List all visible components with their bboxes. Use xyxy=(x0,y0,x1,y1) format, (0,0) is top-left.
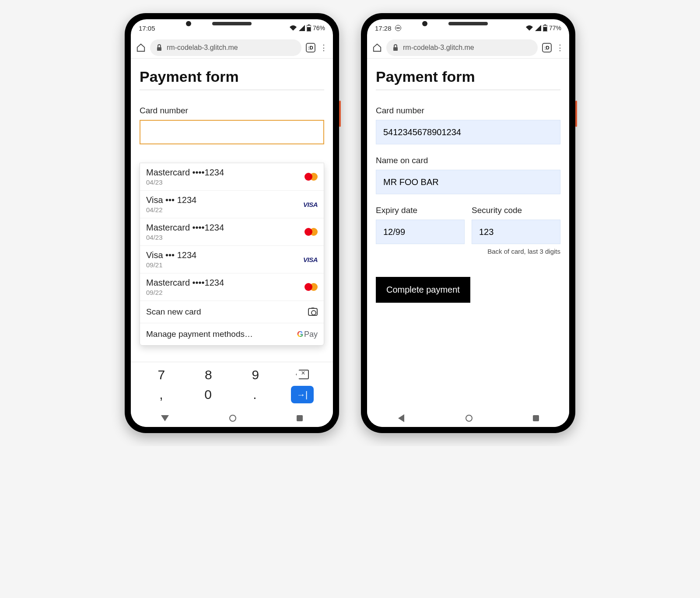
go-key[interactable]: →| xyxy=(291,386,314,403)
phone-camera xyxy=(422,21,427,26)
lock-icon xyxy=(156,44,162,51)
browser-toolbar: rm-codelab-3.glitch.me :D ⋮ xyxy=(131,37,333,59)
card-brand-and-mask: Mastercard ••••1234 xyxy=(146,278,224,288)
browser-toolbar: rm-codelab-3.glitch.me :D ⋮ xyxy=(367,37,569,59)
phone-camera xyxy=(186,21,191,26)
expiry-cvc-row: Expiry date Security code Back of card, … xyxy=(376,206,560,266)
scan-card-row[interactable]: Scan new card xyxy=(140,301,324,323)
card-brand-and-mask: Mastercard ••••1234 xyxy=(146,168,224,178)
screen-right: 17:28 77% xyxy=(367,19,569,427)
expiry-input[interactable] xyxy=(376,220,465,244)
card-expiry: 04/22 xyxy=(146,206,196,213)
nav-home-icon[interactable] xyxy=(229,415,236,422)
card-number-input[interactable] xyxy=(140,120,324,144)
phone-speaker xyxy=(448,22,488,25)
svg-rect-2 xyxy=(307,27,311,31)
screen-left: 17:05 76% xyxy=(131,19,333,427)
card-number-label: Card number xyxy=(140,106,324,115)
android-navbar xyxy=(367,409,569,427)
key-period[interactable]: . xyxy=(244,387,266,402)
autofill-card-row[interactable]: Mastercard ••••123404/23 xyxy=(140,163,324,191)
signal-icon xyxy=(535,25,541,31)
nav-recent-icon[interactable] xyxy=(533,415,539,421)
backspace-key[interactable] xyxy=(291,367,313,382)
phone-mockup-left: 17:05 76% xyxy=(125,13,339,433)
card-number-field: Card number xyxy=(376,106,560,144)
name-on-card-field: Name on card xyxy=(376,156,560,194)
card-expiry: 04/23 xyxy=(146,178,224,186)
manage-payments-row[interactable]: Manage payment methods… GPay xyxy=(140,323,324,345)
url-bar[interactable]: rm-codelab-3.glitch.me xyxy=(386,39,538,56)
url-bar[interactable]: rm-codelab-3.glitch.me xyxy=(150,39,301,56)
url-text: rm-codelab-3.glitch.me xyxy=(167,44,238,52)
visa-icon: VISA xyxy=(303,201,318,208)
nav-back-icon[interactable] xyxy=(161,415,169,421)
card-brand-and-mask: Mastercard ••••1234 xyxy=(146,223,224,233)
android-navbar xyxy=(131,409,333,427)
mastercard-icon xyxy=(304,227,318,236)
svg-rect-7 xyxy=(393,47,398,51)
signal-icon xyxy=(299,25,305,31)
mastercard-icon xyxy=(304,172,318,181)
cvc-input[interactable] xyxy=(472,220,560,244)
autofill-card-row[interactable]: Visa ••• 123409/21VISA xyxy=(140,246,324,273)
nav-recent-icon[interactable] xyxy=(297,415,303,421)
expiry-field: Expiry date xyxy=(376,206,465,255)
battery-icon xyxy=(543,24,547,31)
status-time: 17:05 xyxy=(139,24,155,32)
tabs-button[interactable]: :D xyxy=(542,43,552,52)
battery-percent: 77% xyxy=(549,24,561,31)
menu-icon[interactable]: ⋮ xyxy=(556,43,564,52)
backspace-icon xyxy=(296,370,309,379)
card-brand-and-mask: Visa ••• 1234 xyxy=(146,250,196,260)
svg-rect-3 xyxy=(157,47,161,51)
home-icon[interactable] xyxy=(372,43,382,52)
autofill-card-row[interactable]: Mastercard ••••123404/23 xyxy=(140,218,324,246)
dnd-icon xyxy=(395,25,401,31)
card-number-label: Card number xyxy=(376,106,560,115)
menu-icon[interactable]: ⋮ xyxy=(320,43,328,52)
autofill-card-row[interactable]: Mastercard ••••123409/22 xyxy=(140,273,324,301)
wifi-icon xyxy=(525,25,533,31)
key-8[interactable]: 8 xyxy=(197,367,219,382)
cvc-field: Security code Back of card, last 3 digit… xyxy=(472,206,560,255)
complete-payment-button[interactable]: Complete payment xyxy=(376,277,470,303)
card-expiry: 04/23 xyxy=(146,234,224,241)
visa-icon: VISA xyxy=(303,256,318,263)
tabs-button[interactable]: :D xyxy=(306,43,315,52)
wifi-icon xyxy=(289,25,297,31)
gpay-icon: GPay xyxy=(297,330,318,339)
card-expiry: 09/21 xyxy=(146,261,196,269)
card-number-input[interactable] xyxy=(376,120,560,144)
numeric-keyboard: 7 8 9 , 0 . →| xyxy=(131,362,333,409)
card-number-field: Card number xyxy=(140,106,324,144)
page-content: Payment form Card number Name on card Ex… xyxy=(367,59,569,409)
mastercard-icon xyxy=(304,283,318,291)
manage-payments-label: Manage payment methods… xyxy=(146,329,253,339)
nav-back-icon[interactable] xyxy=(398,414,404,422)
battery-icon xyxy=(307,24,311,31)
cvc-label: Security code xyxy=(472,206,560,215)
key-9[interactable]: 9 xyxy=(245,367,266,382)
key-comma[interactable]: , xyxy=(150,387,172,402)
name-on-card-input[interactable] xyxy=(376,170,560,194)
nav-home-icon[interactable] xyxy=(466,415,472,422)
expiry-label: Expiry date xyxy=(376,206,465,215)
home-icon[interactable] xyxy=(136,43,146,52)
status-time: 17:28 xyxy=(375,24,392,32)
autofill-dropdown: Mastercard ••••123404/23Visa ••• 123404/… xyxy=(140,163,324,346)
url-text: rm-codelab-3.glitch.me xyxy=(403,44,474,52)
key-0[interactable]: 0 xyxy=(197,387,219,402)
page-content: Payment form Card number Mastercard ••••… xyxy=(131,59,333,362)
autofill-card-row[interactable]: Visa ••• 123404/22VISA xyxy=(140,191,324,218)
phone-mockup-right: 17:28 77% xyxy=(361,13,575,433)
phone-speaker xyxy=(212,22,252,25)
camera-icon xyxy=(308,308,318,316)
scan-card-label: Scan new card xyxy=(146,307,201,317)
lock-icon xyxy=(392,44,399,51)
key-7[interactable]: 7 xyxy=(150,367,172,382)
name-on-card-label: Name on card xyxy=(376,156,560,165)
card-brand-and-mask: Visa ••• 1234 xyxy=(146,195,196,205)
card-expiry: 09/22 xyxy=(146,289,224,296)
svg-rect-6 xyxy=(543,27,547,31)
